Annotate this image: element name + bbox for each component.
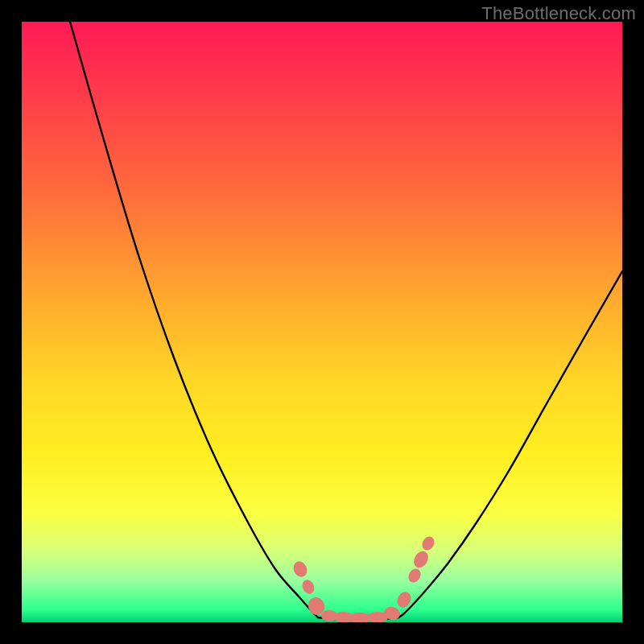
curve-group <box>70 22 622 619</box>
marker-group <box>291 535 437 622</box>
curve-right-branch <box>398 271 622 617</box>
watermark-text: TheBottleneck.com <box>481 3 636 24</box>
chart-svg <box>22 22 622 622</box>
chart-frame: TheBottleneck.com <box>0 0 644 644</box>
data-marker <box>291 559 310 580</box>
chart-plot-area <box>22 22 622 622</box>
data-marker <box>419 535 436 553</box>
data-marker <box>406 567 423 585</box>
curve-left-branch <box>70 22 318 617</box>
data-marker <box>300 578 316 596</box>
data-marker <box>411 548 431 570</box>
